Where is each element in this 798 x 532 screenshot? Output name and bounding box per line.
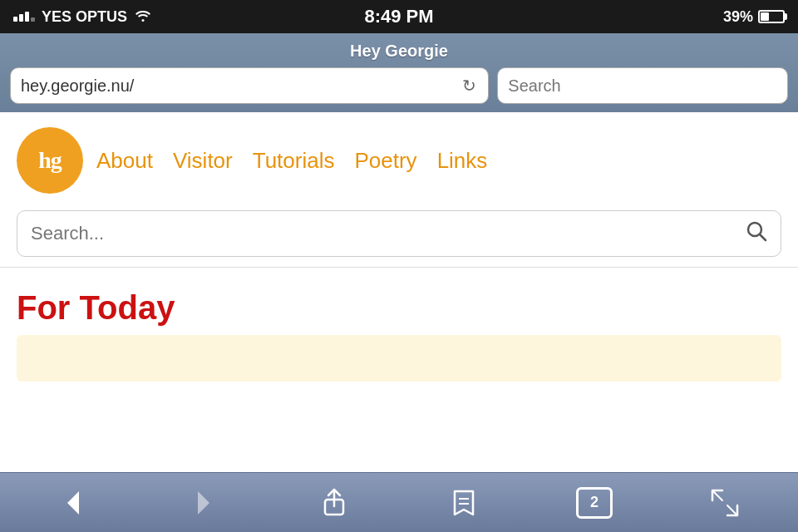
signal-icon [13, 12, 35, 22]
site-search-input[interactable] [31, 223, 746, 244]
share-icon [320, 488, 348, 518]
web-content: hg About Visitor Tutorials Poetry Links … [0, 112, 798, 472]
browser-toolbar: ↻ [10, 67, 788, 104]
svg-line-9 [727, 505, 737, 515]
site-nav: hg About Visitor Tutorials Poetry Links [0, 112, 798, 207]
share-button[interactable] [301, 478, 367, 528]
carrier-label: YES OPTUS [42, 8, 127, 26]
site-search-bar[interactable] [17, 210, 781, 257]
browser-search-input[interactable] [508, 76, 777, 96]
site-logo[interactable]: hg [17, 127, 83, 194]
logo-text: hg [38, 147, 62, 174]
time-display: 8:49 PM [364, 6, 433, 27]
status-left: YES OPTUS [13, 8, 152, 26]
bookmarks-icon [450, 488, 478, 518]
nav-link-about[interactable]: About [96, 148, 153, 174]
nav-link-tutorials[interactable]: Tutorials [253, 148, 335, 174]
forward-button[interactable] [170, 478, 237, 528]
wifi-icon [134, 8, 152, 26]
url-input[interactable] [21, 76, 461, 96]
card-preview [17, 335, 781, 382]
nav-link-poetry[interactable]: Poetry [354, 148, 416, 174]
battery-icon [758, 10, 785, 23]
nav-link-visitor[interactable]: Visitor [173, 148, 233, 174]
bookmarks-button[interactable] [431, 478, 497, 528]
forward-icon [195, 490, 213, 516]
battery-percentage: 39% [723, 8, 753, 26]
svg-marker-3 [198, 491, 209, 515]
divider [0, 267, 798, 268]
url-bar[interactable]: ↻ [10, 67, 489, 104]
section-heading: For Today [0, 276, 798, 335]
back-icon [64, 490, 82, 516]
svg-marker-2 [67, 491, 79, 515]
nav-links: About Visitor Tutorials Poetry Links [96, 148, 487, 174]
tabs-button[interactable]: 2 [561, 478, 628, 528]
tabs-icon: 2 [576, 487, 613, 519]
status-right: 39% [723, 8, 785, 26]
tabs-badge: 2 [576, 487, 613, 519]
svg-line-8 [712, 490, 722, 500]
reload-button[interactable]: ↻ [461, 74, 478, 97]
back-button[interactable] [40, 478, 106, 528]
bottom-toolbar: 2 [0, 472, 798, 532]
resize-icon [711, 489, 739, 517]
fullscreen-button[interactable] [692, 478, 758, 528]
browser-search-bar[interactable] [497, 67, 788, 104]
browser-title: Hey Georgie [10, 42, 788, 61]
nav-link-links[interactable]: Links [437, 148, 488, 174]
browser-chrome: Hey Georgie ↻ [0, 33, 798, 112]
search-icon [746, 220, 767, 248]
status-bar: YES OPTUS 8:49 PM 39% [0, 0, 798, 33]
svg-line-1 [760, 234, 766, 240]
site-search-wrapper [0, 207, 798, 267]
